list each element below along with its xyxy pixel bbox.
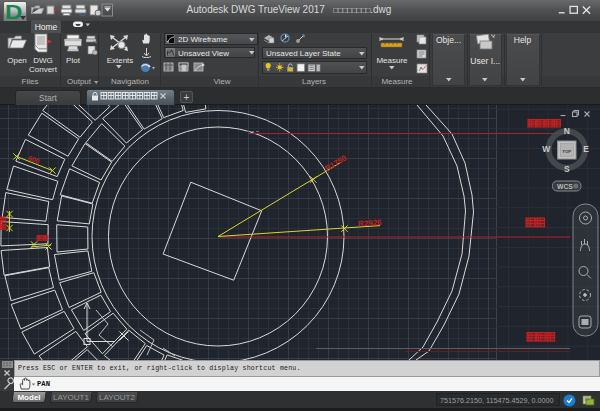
svg-text:TOP: TOP (562, 149, 571, 154)
svg-text:WCS: WCS (557, 183, 573, 190)
svg-text:E: E (583, 144, 589, 154)
svg-text:S: S (564, 164, 570, 174)
svg-text:R2926: R2926 (358, 218, 383, 229)
svg-text:N: N (564, 126, 570, 136)
svg-text:W: W (542, 144, 551, 154)
